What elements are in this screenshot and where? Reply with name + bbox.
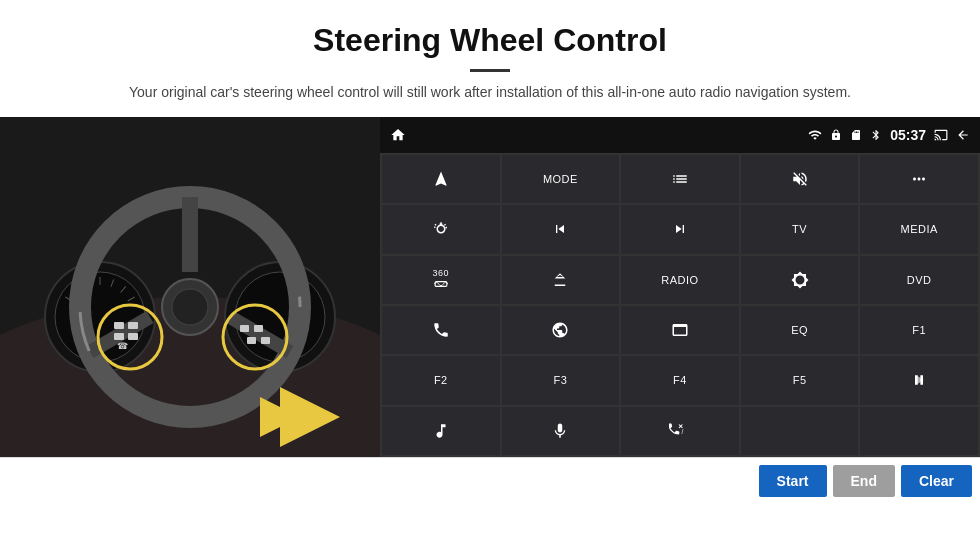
btn-settings[interactable] — [382, 205, 500, 253]
svg-rect-27 — [240, 325, 249, 332]
svg-rect-30 — [261, 337, 270, 344]
clear-button[interactable]: Clear — [901, 465, 972, 497]
btn-mic[interactable] — [502, 407, 620, 455]
svg-rect-25 — [128, 333, 138, 340]
sd-icon — [850, 129, 862, 141]
back-icon — [956, 128, 970, 142]
page-title: Steering Wheel Control — [0, 0, 980, 63]
svg-rect-24 — [128, 322, 138, 329]
buttons-grid: MODE TV MEDIA 360 — [380, 153, 980, 457]
bottom-bar: Start End Clear — [0, 457, 980, 503]
btn-navigate[interactable] — [382, 155, 500, 203]
btn-next[interactable] — [621, 205, 739, 253]
btn-window[interactable] — [621, 306, 739, 354]
btn-f5[interactable]: F5 — [741, 356, 859, 404]
start-button[interactable]: Start — [759, 465, 827, 497]
status-right: 05:37 — [808, 127, 970, 143]
btn-tv[interactable]: TV — [741, 205, 859, 253]
lock-icon — [830, 129, 842, 141]
btn-brightness[interactable] — [741, 256, 859, 304]
svg-rect-29 — [247, 337, 256, 344]
btn-f3[interactable]: F3 — [502, 356, 620, 404]
btn-music[interactable] — [382, 407, 500, 455]
status-time: 05:37 — [890, 127, 926, 143]
status-bar: 05:37 — [380, 117, 980, 153]
content-row: ☎ — [0, 117, 980, 457]
btn-media[interactable]: MEDIA — [860, 205, 978, 253]
svg-rect-28 — [254, 325, 263, 332]
wifi-icon — [808, 128, 822, 142]
btn-mute[interactable] — [741, 155, 859, 203]
end-button[interactable]: End — [833, 465, 895, 497]
btn-f1[interactable]: F1 — [860, 306, 978, 354]
cast-icon — [934, 128, 948, 142]
btn-list[interactable] — [621, 155, 739, 203]
svg-rect-23 — [114, 333, 124, 340]
btn-eq[interactable]: EQ — [741, 306, 859, 354]
svg-point-18 — [172, 289, 208, 325]
btn-apps[interactable] — [860, 155, 978, 203]
btn-f4[interactable]: F4 — [621, 356, 739, 404]
btn-orbit[interactable] — [502, 306, 620, 354]
btn-empty-1[interactable] — [741, 407, 859, 455]
svg-rect-22 — [114, 322, 124, 329]
bluetooth-icon — [870, 129, 882, 141]
btn-play-pause[interactable] — [860, 356, 978, 404]
status-left — [390, 127, 406, 143]
svg-text:/: / — [681, 428, 683, 435]
home-icon — [390, 127, 406, 143]
svg-text:☎: ☎ — [117, 341, 128, 351]
btn-360[interactable]: 360 — [382, 256, 500, 304]
btn-empty-2[interactable] — [860, 407, 978, 455]
btn-f2[interactable]: F2 — [382, 356, 500, 404]
car-image: ☎ — [0, 117, 380, 457]
control-panel: 05:37 MODE — [380, 117, 980, 457]
subtitle: Your original car's steering wheel contr… — [0, 82, 980, 103]
title-divider — [470, 69, 510, 72]
btn-eject[interactable] — [502, 256, 620, 304]
btn-phone[interactable] — [382, 306, 500, 354]
btn-vol-phone[interactable]: / — [621, 407, 739, 455]
btn-mode[interactable]: MODE — [502, 155, 620, 203]
btn-radio[interactable]: RADIO — [621, 256, 739, 304]
btn-prev[interactable] — [502, 205, 620, 253]
btn-dvd[interactable]: DVD — [860, 256, 978, 304]
